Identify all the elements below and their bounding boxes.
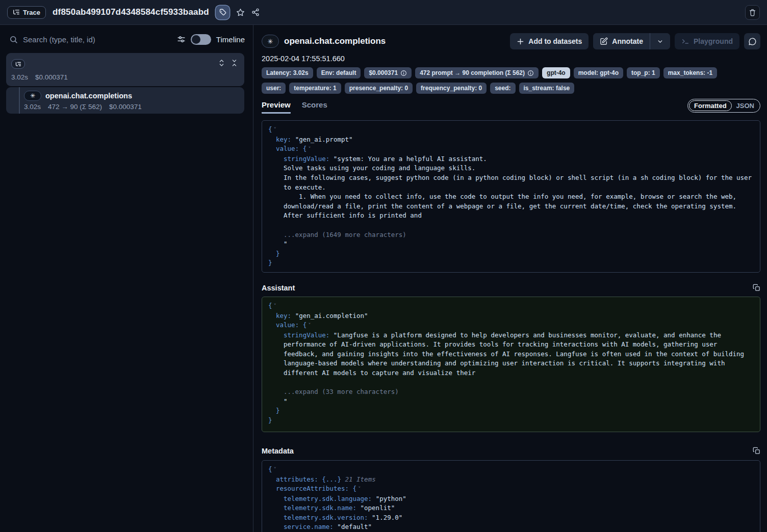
- copy-metadata-button[interactable]: [753, 447, 760, 455]
- meta-badge-label: user:: [266, 85, 281, 92]
- code-line: [268, 378, 754, 388]
- assistant-section-header: Assistant: [262, 284, 760, 292]
- trace-cost: $0.000371: [35, 73, 68, 81]
- share-icon: [251, 8, 260, 16]
- collapse-chevron-icon[interactable]: ˅: [306, 146, 311, 152]
- toggle-knob: [192, 35, 200, 44]
- share-button[interactable]: [251, 8, 260, 16]
- info-icon: [527, 70, 534, 76]
- code-line: telemetry.sdk.version: "1.29.0": [268, 513, 754, 523]
- copy-assistant-button[interactable]: [753, 284, 760, 291]
- meta-badge-label: model: gpt-4o: [578, 69, 619, 76]
- code-token: {...}: [322, 475, 341, 483]
- metadata-json-block: { ˅attributes: {...} 21 ItemsresourceAtt…: [262, 460, 760, 532]
- delete-trace-button[interactable]: [745, 5, 760, 20]
- code-line: [268, 221, 754, 230]
- meta-badge-label: top_p: 1: [631, 69, 655, 76]
- code-token: "openlit": [361, 504, 395, 512]
- code-token: 1. When you need to collect info, use th…: [284, 193, 740, 219]
- trace-type-badge: Trace: [7, 6, 46, 19]
- metadata-section-title: Metadata: [262, 447, 294, 455]
- collapse-chevron-icon[interactable]: ˅: [306, 323, 311, 328]
- meta-badge: presence_penalty: 0: [345, 83, 413, 94]
- observation-duration: 3.02s: [24, 103, 41, 111]
- format-toggle-formatted[interactable]: Formatted: [689, 100, 732, 111]
- comments-button[interactable]: [744, 33, 760, 49]
- filter-sliders-icon[interactable]: [177, 35, 186, 44]
- tag-button[interactable]: [216, 6, 229, 19]
- collapse-all-icon[interactable]: [231, 59, 238, 67]
- openai-logo-icon: ✳: [268, 38, 273, 45]
- observation-title: openai.chat.completions: [45, 92, 132, 100]
- observation-header: ✳ openai.chat.completions Add to dataset…: [262, 33, 760, 49]
- code-line: key: "gen_ai.completion": [268, 311, 754, 321]
- code-token: "gen_ai.completion": [295, 312, 368, 320]
- code-token: telemetry.sdk.name:: [284, 504, 361, 512]
- copy-icon: [753, 284, 760, 291]
- code-token: {: [268, 302, 272, 309]
- code-line: ": [268, 240, 754, 249]
- collapse-chevron-icon[interactable]: ˅: [356, 486, 361, 492]
- annotate-dropdown-button[interactable]: [650, 33, 670, 49]
- meta-badge: Latency: 3.02s: [262, 67, 313, 78]
- favorite-star-button[interactable]: [236, 8, 245, 17]
- code-line: }: [268, 249, 754, 259]
- collapse-chevron-icon[interactable]: ˅: [272, 303, 276, 309]
- code-token: }: [276, 407, 280, 414]
- meta-badge: max_tokens: -1: [663, 67, 717, 78]
- playground-button[interactable]: Playground: [675, 33, 739, 49]
- meta-badge: user:: [262, 83, 286, 94]
- collapse-chevron-icon[interactable]: ˅: [272, 467, 276, 472]
- annotate-button[interactable]: Annotate: [593, 33, 650, 49]
- code-token: {: [268, 125, 272, 133]
- page-title: openai.chat.completions: [284, 36, 386, 46]
- code-token: telemetry.sdk.language:: [284, 495, 376, 502]
- expand-link[interactable]: ...expand (1649 more characters): [284, 231, 406, 238]
- openai-model-badge: ✳: [262, 35, 279, 48]
- observation-tree-item[interactable]: ✳ openai.chat.completions 3.02s 472 → 90…: [6, 87, 244, 114]
- code-token: stringValue:: [284, 155, 334, 163]
- code-line: key: "gen_ai.prompt": [268, 135, 754, 145]
- tab-scores[interactable]: Scores: [302, 100, 327, 114]
- code-token: "Langfuse is a platform designed to help…: [284, 331, 748, 377]
- star-icon: [236, 8, 245, 17]
- timeline-toggle[interactable]: [191, 34, 211, 45]
- tab-preview[interactable]: Preview: [262, 100, 291, 114]
- collapse-chevron-icon[interactable]: ˅: [272, 127, 276, 132]
- search-icon: [9, 35, 18, 44]
- prompt-json-block: { ˅key: "gen_ai.prompt"value: { ˅stringV…: [262, 120, 760, 273]
- meta-badge-label: gpt-4o: [547, 69, 566, 76]
- meta-badge: gpt-4o: [542, 67, 570, 78]
- code-token: telemetry.sdk.version:: [284, 514, 372, 521]
- trash-icon: [749, 9, 756, 16]
- top-bar: Trace df850ab499107d4348584cf5933baabd: [0, 0, 767, 25]
- meta-badge-label: $0.000371: [369, 69, 398, 76]
- code-token: {: [353, 485, 357, 492]
- add-to-datasets-button[interactable]: Add to datasets: [510, 33, 589, 49]
- code-line: ": [268, 397, 754, 407]
- code-token: service.name:: [284, 523, 337, 530]
- expand-link[interactable]: ...expand (33 more characters): [284, 388, 399, 395]
- add-to-datasets-label: Add to datasets: [528, 37, 582, 45]
- code-line: stringValue: "Langfuse is a platform des…: [268, 331, 754, 378]
- meta-badge: Env: default: [317, 67, 361, 78]
- code-line: }: [268, 258, 754, 268]
- code-token: 21 Items: [341, 475, 376, 483]
- trace-duration: 3.02s: [11, 73, 28, 81]
- format-toggle-json[interactable]: JSON: [732, 101, 759, 111]
- code-token: }: [268, 259, 272, 267]
- code-token: "gen_ai.prompt": [295, 136, 353, 143]
- metadata-badge-row-1: Latency: 3.02sEnv: default$0.000371472 p…: [262, 67, 760, 78]
- search-input[interactable]: [23, 35, 172, 44]
- timeline-toggle-label: Timeline: [216, 35, 245, 44]
- playground-label: Playground: [694, 37, 733, 45]
- expand-all-icon[interactable]: [218, 59, 225, 67]
- assistant-section-title: Assistant: [262, 284, 295, 292]
- code-token: value:: [276, 321, 303, 329]
- code-token: value:: [276, 145, 303, 152]
- terminal-icon: [681, 37, 689, 45]
- observation-detail-panel: ✳ openai.chat.completions Add to dataset…: [254, 25, 767, 532]
- meta-badge: 472 prompt → 90 completion (Σ 562): [415, 67, 539, 78]
- code-line: { ˅: [268, 125, 754, 135]
- trace-tree-root-node[interactable]: 3.02s $0.000371: [6, 53, 244, 86]
